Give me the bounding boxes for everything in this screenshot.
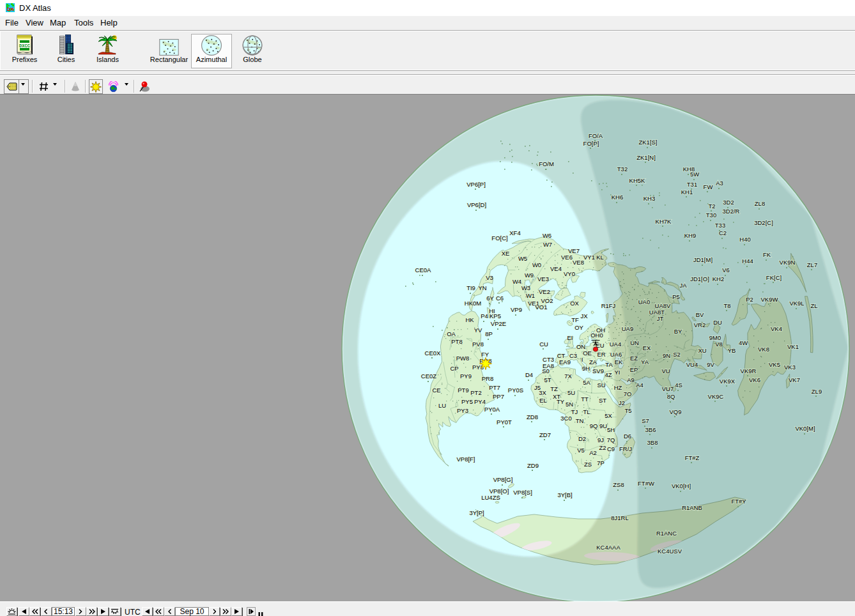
svg-text:A3: A3 — [716, 180, 723, 187]
svg-text:9J: 9J — [597, 436, 604, 443]
svg-text:VP2E: VP2E — [491, 320, 506, 327]
svg-text:P2: P2 — [746, 296, 753, 303]
svg-text:VK7: VK7 — [789, 376, 800, 383]
svg-text:YA: YA — [641, 358, 649, 366]
svg-text:9U: 9U — [599, 422, 607, 429]
svg-text:VK9X: VK9X — [720, 378, 736, 385]
svg-text:ZD7: ZD7 — [539, 431, 551, 438]
svg-text:W7: W7 — [543, 241, 552, 248]
svg-text:VK9W: VK9W — [761, 296, 778, 303]
svg-text:EA9: EA9 — [559, 358, 571, 366]
svg-text:FT#W: FT#W — [638, 480, 654, 487]
svg-text:3D2/R: 3D2/R — [723, 208, 740, 215]
svg-text:VE2: VE2 — [539, 288, 550, 295]
svg-text:VU7: VU7 — [662, 385, 674, 392]
svg-text:VK6: VK6 — [749, 376, 760, 383]
svg-text:T31: T31 — [687, 181, 697, 188]
svg-text:UA0: UA0 — [638, 298, 650, 305]
svg-text:5A: 5A — [583, 379, 590, 386]
svg-text:8P: 8P — [485, 330, 493, 337]
svg-text:Z2: Z2 — [599, 444, 606, 451]
svg-text:VK9C: VK9C — [708, 393, 724, 400]
svg-text:YN: YN — [478, 284, 486, 291]
svg-text:VU4: VU4 — [686, 361, 698, 368]
svg-text:KL: KL — [596, 254, 604, 261]
svg-text:ZS: ZS — [584, 461, 592, 468]
svg-text:TZ: TZ — [550, 385, 558, 392]
svg-text:S0: S0 — [542, 367, 550, 374]
svg-text:FK: FK — [763, 251, 771, 258]
svg-text:PV8: PV8 — [472, 341, 484, 348]
svg-text:PT7: PT7 — [489, 384, 500, 391]
svg-text:T33: T33 — [715, 222, 725, 229]
svg-text:OH0: OH0 — [590, 332, 603, 339]
svg-text:FK[C]: FK[C] — [766, 274, 782, 281]
svg-text:FO[P]: FO[P] — [583, 140, 599, 147]
svg-text:JA: JA — [679, 282, 687, 289]
svg-text:TJ: TJ — [571, 408, 578, 415]
svg-text:3B6: 3B6 — [645, 426, 656, 433]
svg-text:P5: P5 — [672, 293, 680, 300]
svg-text:OA: OA — [447, 330, 456, 337]
svg-text:OY: OY — [574, 324, 583, 331]
svg-text:BV: BV — [696, 311, 704, 318]
svg-text:I: I — [582, 356, 583, 363]
svg-text:YV: YV — [474, 327, 482, 334]
svg-text:VP8[G]: VP8[G] — [493, 476, 513, 483]
svg-text:JT: JT — [657, 315, 664, 322]
svg-text:SV9: SV9 — [592, 367, 604, 374]
svg-text:VQ9: VQ9 — [669, 408, 681, 415]
svg-text:D4: D4 — [525, 371, 533, 378]
svg-text:V5: V5 — [577, 447, 585, 454]
svg-text:KH7K: KH7K — [656, 218, 672, 225]
svg-text:DX: DX — [6, 6, 14, 12]
svg-text:VK3: VK3 — [784, 364, 796, 371]
svg-text:J2: J2 — [619, 399, 625, 406]
svg-text:3C0: 3C0 — [560, 415, 571, 422]
svg-text:FO/A: FO/A — [589, 132, 603, 139]
svg-text:JD1[O]: JD1[O] — [690, 275, 709, 282]
svg-text:VK8: VK8 — [758, 346, 769, 353]
svg-text:VP9: VP9 — [511, 306, 522, 313]
svg-text:HK: HK — [465, 316, 474, 323]
svg-text:CU: CU — [539, 341, 548, 348]
svg-text:VP6[D]: VP6[D] — [467, 201, 486, 208]
svg-text:DXCC: DXCC — [19, 43, 30, 49]
svg-text:HZ: HZ — [614, 384, 622, 391]
svg-text:KH6: KH6 — [612, 194, 623, 201]
svg-text:ST: ST — [599, 397, 606, 404]
svg-text:VR2: VR2 — [694, 321, 705, 328]
svg-text:UA4: UA4 — [610, 341, 621, 348]
svg-text:C9: C9 — [607, 445, 615, 452]
svg-text:YB: YB — [728, 347, 736, 354]
svg-text:TT: TT — [581, 396, 589, 403]
svg-text:PY9: PY9 — [460, 373, 472, 380]
svg-text:W9: W9 — [525, 272, 534, 279]
svg-text:CE0A: CE0A — [415, 266, 431, 273]
svg-text:S7: S7 — [642, 417, 649, 424]
svg-text:VY1: VY1 — [583, 254, 595, 261]
svg-text:VY0: VY0 — [564, 270, 575, 277]
svg-text:CE0Z: CE0Z — [421, 373, 436, 380]
svg-text:HK0M: HK0M — [465, 300, 481, 307]
svg-text:T32: T32 — [617, 166, 628, 173]
svg-text:VP6[P]: VP6[P] — [466, 181, 486, 188]
svg-text:VU: VU — [661, 367, 670, 374]
svg-text:XF4: XF4 — [509, 229, 520, 236]
svg-text:UN: UN — [630, 339, 639, 346]
svg-text:VK1: VK1 — [787, 343, 799, 350]
svg-text:VP8[S]: VP8[S] — [513, 489, 532, 496]
svg-text:4W: 4W — [739, 339, 748, 346]
svg-text:CP: CP — [450, 365, 458, 372]
svg-text:5W: 5W — [690, 171, 699, 178]
svg-text:H40: H40 — [739, 236, 750, 243]
svg-text:D2: D2 — [578, 435, 586, 442]
svg-text:P4: P4 — [481, 312, 488, 320]
svg-text:T8: T8 — [723, 302, 730, 309]
svg-text:PY3: PY3 — [457, 407, 468, 414]
svg-text:KH1: KH1 — [681, 189, 693, 196]
svg-text:6Y: 6Y — [486, 295, 494, 302]
svg-text:H44: H44 — [742, 258, 753, 265]
svg-text:PT9: PT9 — [458, 387, 468, 394]
svg-text:7X: 7X — [564, 373, 572, 380]
